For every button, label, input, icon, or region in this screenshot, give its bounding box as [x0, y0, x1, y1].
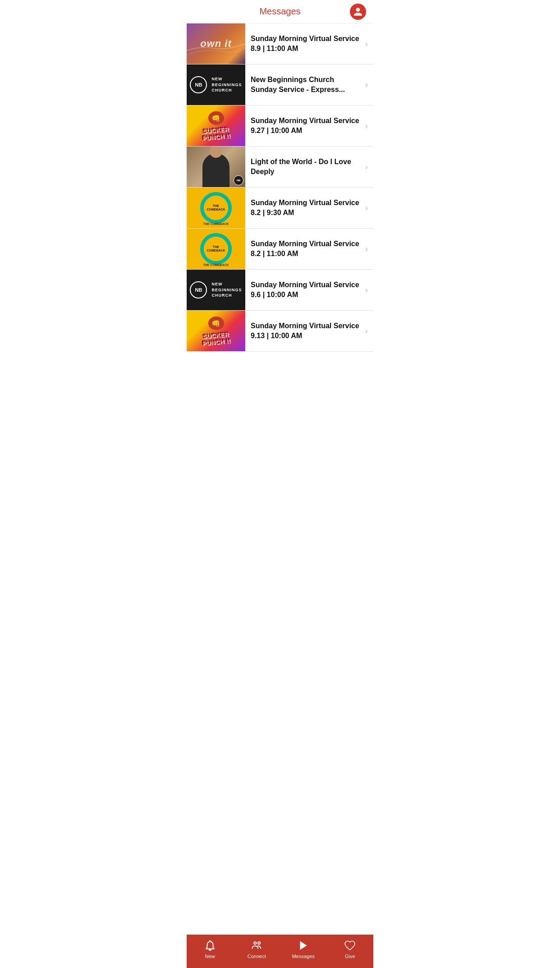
message-info: Sunday Morning Virtual Service 8.9 | 11:… [245, 28, 373, 60]
message-info: New Beginnings Church Sunday Service - E… [245, 69, 373, 101]
nb-thumbnail-2: NB NEWBEGINNINGSCHURCH [187, 270, 245, 310]
comeback-thumbnail-2: THECOMEBACK THE COMEBACK [187, 229, 245, 269]
thumbnail: NB [187, 147, 245, 187]
sucker-punch-thumbnail: 👊 SUCKERPUNCH !! [187, 106, 245, 146]
message-title: Light of the World - Do I Love Deeply [251, 157, 362, 176]
message-item[interactable]: own it Sunday Morning Virtual Service 8.… [187, 23, 373, 64]
chevron-right-icon: › [365, 285, 368, 295]
chevron-right-icon: › [365, 203, 368, 213]
chevron-right-icon: › [365, 326, 368, 336]
nb-circle-2: NB [190, 281, 207, 298]
nb-logo-2: NB NEWBEGINNINGSCHURCH [190, 281, 242, 298]
sucker-punch-text-2: SUCKERPUNCH !! [202, 330, 231, 346]
message-info: Sunday Morning Virtual Service 9.13 | 10… [245, 315, 373, 347]
chevron-right-icon: › [365, 162, 368, 172]
comeback-ring-2: THECOMEBACK [200, 233, 232, 265]
nav-item-new[interactable]: New [187, 939, 234, 959]
nb-thumbnail: NB NEWBEGINNINGSCHURCH [187, 64, 245, 105]
message-title: Sunday Morning Virtual Service 9.6 | 10:… [251, 280, 362, 299]
message-title: Sunday Morning Virtual Service 8.9 | 11:… [251, 34, 362, 53]
message-info: Sunday Morning Virtual Service 8.2 | 11:… [245, 233, 373, 265]
message-item[interactable]: THECOMEBACK THE COMEBACK Sunday Morning … [187, 229, 373, 270]
message-item[interactable]: 👊 SUCKERPUNCH !! Sunday Morning Virtual … [187, 311, 373, 352]
message-item[interactable]: NB NEWBEGINNINGSCHURCH New Beginnings Ch… [187, 64, 373, 106]
chevron-right-icon: › [365, 80, 368, 90]
message-title: New Beginnings Church Sunday Service - E… [251, 75, 362, 94]
people-icon [250, 939, 263, 952]
svg-point-1 [258, 942, 260, 944]
message-item[interactable]: 👊 SUCKERPUNCH !! Sunday Morning Virtual … [187, 106, 373, 147]
heart-icon [344, 939, 356, 952]
svg-point-0 [254, 942, 256, 944]
own-it-thumbnail: own it [187, 23, 245, 64]
person-head [210, 147, 222, 158]
avatar-button[interactable] [350, 4, 366, 20]
nav-label-new: New [205, 954, 215, 959]
message-list: own it Sunday Morning Virtual Service 8.… [187, 23, 373, 935]
message-title: Sunday Morning Virtual Service 8.2 | 9:3… [251, 198, 362, 217]
thumbnail: 👊 SUCKERPUNCH !! [187, 311, 245, 351]
message-info: Sunday Morning Virtual Service 9.6 | 10:… [245, 274, 373, 306]
own-it-text: own it [200, 38, 232, 50]
play-icon [297, 939, 310, 952]
message-title: Sunday Morning Virtual Service 9.13 | 10… [251, 321, 362, 340]
person-silhouette [202, 153, 230, 187]
chevron-right-icon: › [365, 121, 368, 131]
chevron-right-icon: › [365, 39, 368, 49]
nav-item-messages[interactable]: Messages [280, 939, 327, 959]
thumbnail: 👊 SUCKERPUNCH !! [187, 106, 245, 146]
message-item[interactable]: THECOMEBACK THE COMEBACK Sunday Morning … [187, 188, 373, 229]
header: Messages [187, 0, 373, 23]
message-item[interactable]: NB NEWBEGINNINGSCHURCH Sunday Morning Vi… [187, 270, 373, 311]
sucker-punch-thumbnail-2: 👊 SUCKERPUNCH !! [187, 311, 245, 351]
thumbnail: NB NEWBEGINNINGSCHURCH [187, 270, 245, 310]
nb-text: NEWBEGINNINGSCHURCH [211, 76, 242, 93]
nav-item-connect[interactable]: Connect [234, 939, 280, 959]
nb-badge: NB [234, 175, 243, 185]
page-title: Messages [259, 6, 300, 17]
message-title: Sunday Morning Virtual Service 8.2 | 11:… [251, 239, 362, 258]
comeback-thumbnail: THECOMEBACK THE COMEBACK [187, 188, 245, 228]
nav-label-connect: Connect [248, 954, 266, 959]
nb-circle: NB [190, 76, 207, 93]
user-icon [353, 7, 363, 17]
thumbnail: THECOMEBACK THE COMEBACK [187, 229, 245, 269]
nav-label-messages: Messages [292, 954, 315, 959]
nav-item-give[interactable]: Give [327, 939, 374, 959]
message-info: Sunday Morning Virtual Service 8.2 | 9:3… [245, 192, 373, 224]
bell-icon [204, 939, 216, 952]
person-thumbnail: NB [187, 147, 245, 187]
chevron-right-icon: › [365, 244, 368, 254]
svg-marker-2 [300, 941, 307, 950]
comeback-ring: THECOMEBACK [200, 192, 232, 224]
message-info: Sunday Morning Virtual Service 9.27 | 10… [245, 110, 373, 142]
message-title: Sunday Morning Virtual Service 9.27 | 10… [251, 116, 362, 135]
thumbnail: NB NEWBEGINNINGSCHURCH [187, 64, 245, 105]
message-item[interactable]: NB Light of the World - Do I Love Deeply… [187, 147, 373, 188]
thumbnail: own it [187, 23, 245, 64]
nav-label-give: Give [345, 954, 355, 959]
message-info: Light of the World - Do I Love Deeply › [245, 151, 373, 183]
bottom-navigation: New Connect Messages Give [187, 935, 373, 968]
sucker-punch-text: SUCKERPUNCH !! [202, 125, 231, 141]
nb-text-2: NEWBEGINNINGSCHURCH [211, 281, 242, 298]
thumbnail: THECOMEBACK THE COMEBACK [187, 188, 245, 228]
nb-logo: NB NEWBEGINNINGSCHURCH [190, 76, 242, 93]
